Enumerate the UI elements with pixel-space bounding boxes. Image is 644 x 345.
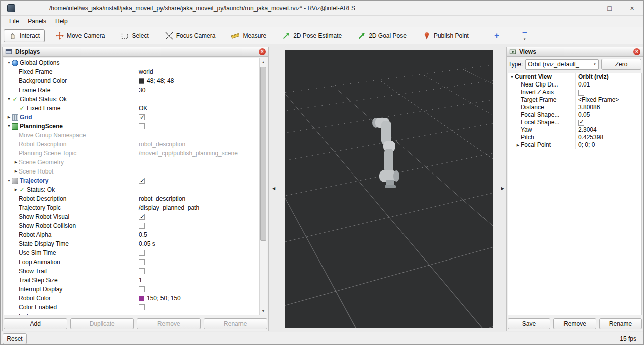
tree-row[interactable]: Move Group Namespace	[4, 131, 259, 140]
tree-row[interactable]: ▼✓Global Status: Ok	[4, 95, 259, 104]
tree-row[interactable]: Near Clip Di...0.01	[508, 81, 641, 89]
tree-row[interactable]: Frame Rate30	[4, 85, 259, 95]
scrollbar-track[interactable]	[260, 66, 267, 307]
tree-row[interactable]: ▶Links	[4, 312, 259, 315]
tool-focus-camera[interactable]: Focus Camera	[160, 29, 221, 42]
property-value[interactable]: <Fixed Frame>	[578, 96, 619, 104]
property-value[interactable]: robot_description	[139, 140, 185, 149]
expand-arrow-icon[interactable]: ▶	[13, 185, 19, 194]
checkbox-checked[interactable]	[139, 214, 145, 220]
tool-select[interactable]: Select	[116, 29, 153, 42]
close-panel-icon[interactable]: ×	[259, 48, 266, 55]
property-value[interactable]: 2.3004	[578, 126, 597, 134]
tree-row[interactable]: ▼Trajectory	[4, 176, 259, 185]
checkbox-unchecked[interactable]	[139, 304, 145, 310]
tree-row[interactable]: ▼Current ViewOrbit (rviz)	[508, 73, 641, 81]
property-value[interactable]: /display_planned_path	[139, 203, 199, 212]
close-icon[interactable]: ×	[621, 1, 643, 15]
tree-row[interactable]: ▼Global Options	[4, 58, 259, 67]
tree-row[interactable]: Interrupt Display	[4, 285, 259, 294]
collapse-arrow-icon[interactable]: ▼	[509, 73, 515, 81]
add-tool-button[interactable]: +	[489, 31, 504, 41]
tree-row[interactable]: State Display Time0.05 s	[4, 239, 259, 248]
maximize-icon[interactable]: □	[598, 1, 621, 15]
tree-row[interactable]: Focal Shape...	[508, 119, 641, 126]
tree-row[interactable]: Show Robot Visual	[4, 212, 259, 221]
checkbox-checked[interactable]	[139, 114, 145, 120]
tool-interact[interactable]: Interact	[4, 29, 45, 42]
displays-panel-header[interactable]: Displays ×	[3, 47, 268, 57]
tree-row[interactable]: Trail Step Size1	[4, 276, 259, 285]
menu-help[interactable]: Help	[51, 17, 72, 26]
close-panel-icon[interactable]: ×	[633, 48, 640, 55]
tree-row[interactable]: Distance3.80086	[508, 104, 641, 111]
tree-row[interactable]: Pitch0.425398	[508, 134, 641, 141]
chevron-down-icon[interactable]: ▼	[591, 60, 598, 69]
tree-row[interactable]: Planning Scene Topic/moveit_cpp/publish_…	[4, 149, 259, 158]
remove-view-button[interactable]: Remove	[553, 318, 596, 329]
checkbox-unchecked[interactable]	[139, 259, 145, 265]
tool-measure[interactable]: Measure	[226, 29, 271, 42]
collapse-arrow-icon[interactable]: ▼	[6, 176, 12, 185]
duplicate-display-button[interactable]: Duplicate	[70, 318, 134, 329]
views-panel-header[interactable]: Views ×	[507, 47, 643, 57]
property-value[interactable]: world	[139, 67, 153, 76]
tree-row[interactable]: ▶Grid	[4, 113, 259, 122]
minimize-icon[interactable]: –	[576, 1, 598, 15]
checkbox-checked[interactable]	[139, 178, 145, 184]
property-value[interactable]: 0; 0; 0	[578, 141, 595, 149]
menu-panels[interactable]: Panels	[23, 17, 51, 26]
expand-arrow-icon[interactable]: ▶	[6, 113, 12, 122]
splitter-collapse-right-icon[interactable]: ▶	[501, 186, 504, 191]
remove-display-button[interactable]: Remove	[137, 318, 201, 329]
property-value[interactable]: robot_description	[139, 194, 185, 203]
checkbox-unchecked[interactable]	[139, 223, 145, 229]
tree-row[interactable]: ▶Scene Geometry	[4, 158, 259, 167]
tree-row[interactable]: Show Trail	[4, 267, 259, 276]
tree-row[interactable]: Background Color48; 48; 48	[4, 76, 259, 85]
scroll-down-icon[interactable]: ▼	[260, 307, 267, 315]
tree-row[interactable]: Color Enabled	[4, 303, 259, 312]
property-value[interactable]: 0.05 s	[139, 239, 155, 248]
property-value[interactable]: 1	[139, 276, 142, 285]
color-swatch[interactable]	[139, 78, 144, 84]
tree-row[interactable]: Invert Z Axis	[508, 89, 641, 96]
checkbox-unchecked[interactable]	[139, 123, 145, 129]
checkbox-unchecked[interactable]	[139, 250, 145, 256]
tree-row[interactable]: Robot Color150; 50; 150	[4, 294, 259, 303]
checkbox-unchecked[interactable]	[578, 90, 584, 96]
remove-tool-button[interactable]: − ▾	[517, 29, 532, 42]
tree-row[interactable]: Robot Alpha0.5	[4, 230, 259, 239]
property-value[interactable]: 0.425398	[578, 134, 603, 141]
tree-row[interactable]: Robot Descriptionrobot_description	[4, 194, 259, 203]
property-value[interactable]: 30	[139, 85, 145, 95]
toolbar-overflow-icon[interactable]: ▾	[524, 36, 526, 42]
property-value[interactable]: 3.80086	[578, 104, 600, 111]
add-display-button[interactable]: Add	[4, 318, 67, 329]
property-value[interactable]: 0.05	[578, 111, 590, 119]
tree-row[interactable]: Yaw2.3004	[508, 126, 641, 134]
tree-row[interactable]: ✓Fixed FrameOK	[4, 104, 259, 113]
displays-scrollbar[interactable]: ▲ ▼	[259, 58, 267, 315]
collapse-arrow-icon[interactable]: ▼	[6, 95, 12, 104]
tool-move-camera[interactable]: Move Camera	[51, 29, 110, 42]
collapse-arrow-icon[interactable]: ▼	[6, 122, 12, 131]
checkbox-unchecked[interactable]	[139, 268, 145, 274]
tool-2d-goal-pose[interactable]: 2D Goal Pose	[353, 29, 412, 42]
rename-view-button[interactable]: Rename	[599, 318, 642, 329]
tree-row[interactable]: Use Sim Time	[4, 248, 259, 257]
expand-arrow-icon[interactable]: ▶	[13, 158, 19, 167]
zero-button[interactable]: Zero	[601, 59, 641, 70]
tree-row[interactable]: Loop Animation	[4, 257, 259, 267]
checkbox-checked[interactable]	[578, 120, 584, 126]
view-type-combobox[interactable]: Orbit (rviz_default_ ▼	[525, 59, 599, 70]
property-value[interactable]: 0.01	[578, 81, 590, 89]
tree-row[interactable]: ▼PlanningScene	[4, 122, 259, 131]
tool-2d-pose-estimate[interactable]: 2D Pose Estimate	[277, 29, 347, 42]
tree-row[interactable]: ▶✓Status: Ok	[4, 185, 259, 194]
scroll-up-icon[interactable]: ▲	[260, 58, 267, 66]
tree-row[interactable]: Target Frame<Fixed Frame>	[508, 96, 641, 104]
collapse-arrow-icon[interactable]: ▼	[6, 58, 12, 67]
expand-arrow-icon[interactable]: ▶	[13, 312, 19, 315]
scrollbar-thumb[interactable]	[260, 67, 266, 241]
